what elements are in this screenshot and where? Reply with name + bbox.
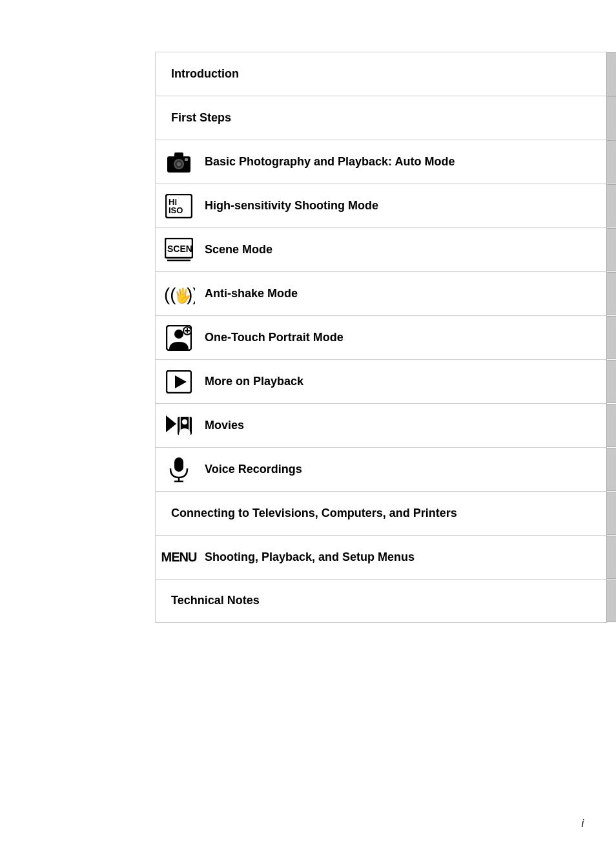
svg-marker-22 <box>166 415 176 432</box>
svg-point-24 <box>182 419 187 424</box>
list-item[interactable]: First Steps <box>155 96 607 140</box>
svg-point-4 <box>177 162 181 166</box>
page-number: i <box>581 818 584 830</box>
toc-item-label: High-sensitivity Shooting Mode <box>202 191 606 221</box>
toc-item-label: Technical Notes <box>156 585 606 616</box>
menu-text-icon: MENU <box>161 550 197 565</box>
list-item[interactable]: One-Touch Portrait Mode <box>155 315 607 359</box>
list-item[interactable]: (( )) 🖐 Anti-shake Mode <box>155 271 607 315</box>
list-item[interactable]: MENU Shooting, Playback, and Setup Menus <box>155 535 607 579</box>
tab-marker <box>606 228 616 271</box>
camera-icon <box>167 151 191 173</box>
list-item[interactable]: Introduction <box>155 52 607 96</box>
tab-marker <box>606 404 616 447</box>
tab-marker <box>606 536 616 579</box>
toc-icon-hi-iso: Hi ISO <box>156 187 202 225</box>
tab-marker <box>606 580 616 622</box>
movies-icon <box>165 414 193 437</box>
portrait-icon <box>166 325 192 351</box>
toc-item-label: More on Playback <box>202 366 606 397</box>
toc-icon-movies <box>156 408 202 444</box>
tab-marker <box>606 96 616 140</box>
toc-item-label: One-Touch Portrait Mode <box>202 322 606 353</box>
toc-item-label: First Steps <box>156 103 606 133</box>
svg-point-16 <box>174 330 183 339</box>
svg-text:🖐: 🖐 <box>174 287 192 304</box>
scene-icon: SCENE <box>165 238 193 262</box>
hi-iso-icon: Hi ISO <box>165 194 192 218</box>
list-item[interactable]: More on Playback <box>155 359 607 403</box>
svg-text:SCENE: SCENE <box>167 244 193 254</box>
tab-marker <box>606 360 616 403</box>
list-item[interactable]: Hi ISO High-sensitivity Shooting Mode <box>155 183 607 227</box>
toc-item-label: Anti-shake Mode <box>202 278 606 309</box>
toc-icon-antishake: (( )) 🖐 <box>156 275 202 313</box>
antishake-icon: (( )) 🖐 <box>163 281 195 307</box>
toc-item-label: Voice Recordings <box>202 454 606 485</box>
tab-marker <box>606 492 616 535</box>
tab-marker <box>606 52 616 96</box>
table-of-contents: Introduction First Steps Basic Photograp… <box>155 52 607 623</box>
list-item[interactable]: Connecting to Televisions, Computers, an… <box>155 491 607 535</box>
toc-icon-scene: SCENE <box>156 231 202 269</box>
playback-icon <box>166 370 192 393</box>
toc-icon-playback <box>156 364 202 400</box>
toc-icon-menu: MENU <box>156 543 202 571</box>
toc-icon-portrait <box>156 319 202 357</box>
toc-icon-microphone <box>156 450 202 489</box>
tab-marker <box>606 316 616 359</box>
tab-marker <box>606 140 616 183</box>
page-container: Introduction First Steps Basic Photograp… <box>0 0 616 849</box>
svg-rect-5 <box>185 158 188 161</box>
svg-rect-1 <box>174 152 183 158</box>
toc-item-label: Movies <box>202 410 606 441</box>
toc-item-label: Connecting to Televisions, Computers, an… <box>156 498 606 529</box>
tab-marker <box>606 272 616 315</box>
list-item[interactable]: Voice Recordings <box>155 447 607 491</box>
toc-item-label: Introduction <box>156 59 606 89</box>
list-item[interactable]: SCENE Scene Mode <box>155 227 607 271</box>
svg-marker-21 <box>175 375 187 388</box>
list-item[interactable]: Basic Photography and Playback: Auto Mod… <box>155 140 607 183</box>
toc-item-label: Basic Photography and Playback: Auto Mod… <box>202 147 606 177</box>
svg-text:ISO: ISO <box>169 205 183 215</box>
tab-marker <box>606 448 616 491</box>
toc-icon-camera <box>156 145 202 180</box>
microphone-icon <box>168 457 190 483</box>
list-item[interactable]: Movies <box>155 403 607 447</box>
list-item[interactable]: Technical Notes <box>155 579 607 623</box>
toc-item-label: Shooting, Playback, and Setup Menus <box>202 542 606 572</box>
toc-item-label: Scene Mode <box>202 235 606 265</box>
svg-rect-27 <box>174 457 183 472</box>
tab-marker <box>606 184 616 227</box>
